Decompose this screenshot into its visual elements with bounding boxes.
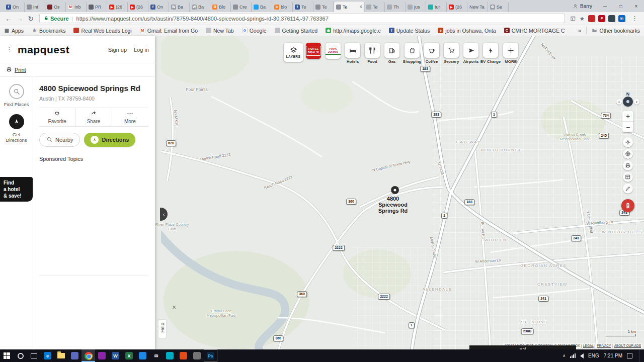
network-icon[interactable]: [570, 353, 576, 358]
papa-johns-button[interactable]: PAPA JOHN'S: [326, 43, 341, 59]
share-button[interactable]: Share: [75, 108, 112, 126]
taskbar-app[interactable]: [68, 349, 82, 362]
traffic-toggle-button[interactable]: [621, 199, 634, 212]
taskbar-app[interactable]: [95, 349, 109, 362]
browser-tab[interactable]: Te×: [334, 2, 364, 12]
browser-tab[interactable]: ⚙Se: [488, 2, 509, 12]
browser-tab[interactable]: MInb: [66, 2, 87, 12]
photoshop-app[interactable]: Ps: [204, 349, 217, 362]
bookmark-item[interactable]: Real Web Leads Logi: [73, 28, 131, 34]
cortana-button[interactable]: [14, 349, 27, 362]
browser-tab[interactable]: Te: [364, 2, 385, 12]
volume-icon[interactable]: [580, 353, 584, 358]
help-tab[interactable]: Help: [158, 319, 167, 338]
window-minimize-button[interactable]: ─: [597, 0, 613, 12]
sign-up-link[interactable]: Sign up: [108, 47, 127, 53]
locate-me-button[interactable]: [623, 137, 633, 147]
browser-tab[interactable]: fOn: [148, 2, 169, 12]
bookmark-item[interactable]: ★Bookmarks: [32, 28, 66, 34]
shopping-button[interactable]: [405, 43, 420, 58]
grocery-button[interactable]: [444, 43, 459, 58]
task-view-button[interactable]: [27, 349, 41, 362]
attribution-link[interactable]: PRIVACY: [597, 344, 611, 347]
print-link[interactable]: Print: [15, 67, 26, 73]
extension-icon[interactable]: P: [598, 15, 605, 22]
food-button[interactable]: [365, 43, 380, 58]
browser-tab[interactable]: ▶(26: [128, 2, 148, 12]
rotate-left-icon[interactable]: ‹: [616, 99, 622, 105]
browser-menu-icon[interactable]: ⋮: [628, 15, 641, 22]
show-desktop-button[interactable]: [639, 349, 641, 362]
browser-tab[interactable]: ▶(26: [107, 2, 128, 12]
map-ad-close-icon[interactable]: ×: [172, 303, 176, 311]
browser-tab[interactable]: jus: [406, 2, 426, 12]
attribution-link[interactable]: ABOUT OUR ADS: [614, 344, 641, 347]
save-page-icon[interactable]: [570, 16, 576, 22]
word-app[interactable]: W: [109, 349, 122, 362]
window-close-button[interactable]: ×: [628, 0, 644, 12]
map-type-button[interactable]: [623, 172, 633, 182]
attribution-link[interactable]: LEGAL: [583, 344, 594, 347]
browser-tab[interactable]: WBa: [190, 2, 210, 12]
browser-tab[interactable]: ▶(26: [447, 2, 467, 12]
browser-tab[interactable]: WBa: [169, 2, 190, 12]
tray-expand-icon[interactable]: ∧: [562, 353, 566, 358]
menu-icon[interactable]: ⋮: [6, 46, 13, 53]
start-button[interactable]: [0, 349, 14, 362]
bookmark-item[interactable]: ◉http://maps.google.c: [326, 28, 381, 34]
forward-button[interactable]: →: [14, 13, 25, 24]
bookmark-item[interactable]: fUpdate Status: [389, 28, 430, 34]
layers-button[interactable]: LAYERS: [284, 43, 303, 62]
taskbar-app[interactable]: [136, 349, 149, 362]
map-compass-control[interactable]: N ‹ ›: [616, 92, 639, 107]
more-button[interactable]: [503, 43, 518, 58]
get-directions-item[interactable]: Get Directions: [0, 114, 33, 143]
back-button[interactable]: ←: [3, 13, 14, 24]
chrome-app[interactable]: [82, 349, 95, 362]
coffee-button[interactable]: [424, 43, 439, 58]
rotate-right-icon[interactable]: ›: [634, 99, 639, 105]
extension-icon[interactable]: [608, 15, 615, 22]
zoom-out-button[interactable]: −: [622, 122, 633, 132]
file-explorer-app[interactable]: [54, 349, 68, 362]
bookmark-item[interactable]: GGoogle: [242, 28, 267, 34]
edge-app[interactable]: e: [41, 349, 54, 362]
location-marker[interactable]: [390, 186, 399, 195]
other-bookmarks[interactable]: Other bookmarks: [592, 28, 640, 34]
bookmark-item[interactable]: Getting Started: [275, 28, 318, 34]
taskbar-app[interactable]: [190, 349, 204, 362]
browser-tab[interactable]: Ba: [252, 2, 272, 12]
bookmark-item[interactable]: CCMHC MORTGAGE C: [504, 28, 565, 34]
browser-profile-chip[interactable]: Barry: [568, 4, 597, 9]
reload-button[interactable]: ↻: [25, 13, 36, 24]
bookmarks-overflow-icon[interactable]: »: [578, 27, 582, 34]
browser-tab[interactable]: tur: [426, 2, 447, 12]
browser-tab[interactable]: Th: [385, 2, 406, 12]
more-button[interactable]: More: [112, 108, 148, 126]
notification-center-icon[interactable]: [627, 353, 632, 358]
log-in-link[interactable]: Log in: [134, 47, 149, 53]
browser-tab[interactable]: Cre: [231, 2, 252, 12]
extension-icon[interactable]: in: [618, 15, 625, 22]
find-places-item[interactable]: Find Places: [0, 84, 33, 107]
hotel-promo-banner[interactable]: Find a hotel & save!: [0, 177, 33, 202]
address-bar[interactable]: Secure | https://www.mapquest.com/us/tx/…: [39, 14, 565, 23]
directions-button[interactable]: Directions: [84, 133, 135, 147]
gas-button[interactable]: [384, 43, 399, 58]
bookmark-star-icon[interactable]: [579, 16, 585, 22]
satellite-view-button[interactable]: [623, 149, 633, 159]
hotels-button[interactable]: [345, 43, 360, 58]
hotel-deals-button[interactable]: HOTEL DEALS!: [306, 43, 321, 59]
extension-icon[interactable]: [588, 15, 595, 22]
browser-tab[interactable]: fTe: [293, 2, 313, 12]
airports-button[interactable]: [463, 43, 478, 58]
browser-tab[interactable]: fOn: [4, 2, 25, 12]
clock[interactable]: 7:21 PM: [604, 353, 622, 358]
draw-button[interactable]: [623, 184, 633, 194]
excel-app[interactable]: X: [122, 349, 136, 362]
browser-tab[interactable]: bblo: [272, 2, 293, 12]
mapquest-logo[interactable]: mapquest: [18, 44, 69, 56]
favorite-button[interactable]: Favorite: [39, 108, 75, 126]
bookmark-item[interactable]: MGmail: Email from Go: [140, 28, 198, 34]
bookmark-item[interactable]: New Tab: [206, 28, 234, 34]
